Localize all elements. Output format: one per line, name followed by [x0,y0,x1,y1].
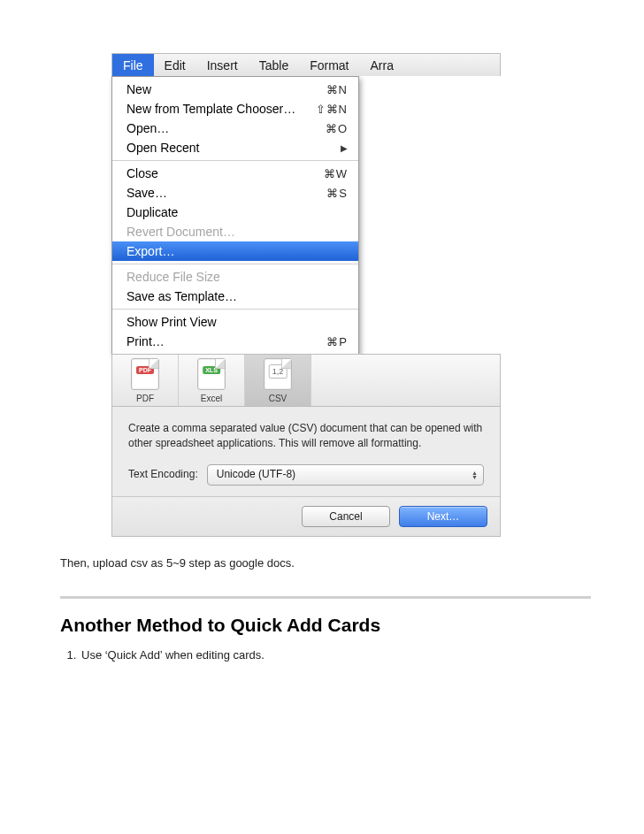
menu-item-print-view[interactable]: Show Print View [112,312,358,332]
menubar-item-format[interactable]: Format [299,54,359,76]
encoding-select[interactable]: Unicode (UTF-8) ▲▼ [207,464,484,486]
numbered-list: Use ‘Quick Add’ when editing cards. [64,648,591,662]
export-dialog: PDF PDF XLS Excel 1,2 CSV [111,354,501,537]
export-description: Create a comma separated value (CSV) doc… [128,421,484,452]
menu-item-label: Revert Document… [126,225,235,239]
pdf-file-icon: PDF [131,358,159,390]
tab-label: Excel [201,394,222,403]
file-dropdown: New ⌘N New from Template Chooser… ⇧⌘N Op… [111,76,359,355]
menu-item-save[interactable]: Save… ⌘S [112,183,358,203]
menu-item-close[interactable]: Close ⌘W [112,164,358,183]
export-tab-csv[interactable]: 1,2 CSV [245,355,311,406]
menu-item-label: Close [126,166,158,180]
menubar-item-insert[interactable]: Insert [196,54,249,76]
file-badge: PDF [136,366,154,374]
menu-item-print[interactable]: Print… ⌘P [112,332,358,351]
menu-item-label: Save as Template… [126,289,237,303]
menubar-item-file[interactable]: File [112,54,154,76]
encoding-label: Text Encoding: [128,467,198,482]
menu-item-label: Export… [126,244,174,258]
section-divider [60,596,591,599]
menu-item-new-template[interactable]: New from Template Chooser… ⇧⌘N [112,99,358,119]
menu-item-open[interactable]: Open… ⌘O [112,119,358,138]
export-tab-excel[interactable]: XLS Excel [179,355,245,406]
menu-item-save-template[interactable]: Save as Template… [112,287,358,306]
instruction-text: Then, upload csv as 5~9 step as google d… [60,556,591,570]
file-badge: 1,2 [269,364,288,379]
encoding-row: Text Encoding: Unicode (UTF-8) ▲▼ [128,464,484,486]
document-page: File Edit Insert Table Format Arra New ⌘… [0,0,644,715]
file-dropdown-section-2: Close ⌘W Save… ⌘S Duplicate Revert Docum… [112,161,358,264]
menu-item-label: Print… [126,334,165,348]
menu-item-label: Open Recent [126,141,200,155]
select-arrows-icon: ▲▼ [472,471,478,479]
encoding-value: Unicode (UTF-8) [217,467,295,482]
menubar-item-edit[interactable]: Edit [154,54,196,76]
section-heading: Another Method to Quick Add Cards [60,615,591,636]
menu-item-export[interactable]: Export… [112,241,358,261]
screenshot-mac-export: File Edit Insert Table Format Arra New ⌘… [111,53,501,537]
file-dropdown-section-3: Reduce File Size Save as Template… [112,264,358,309]
menu-item-reduce-size: Reduce File Size [112,267,358,287]
next-button[interactable]: Next… [399,506,487,527]
file-dropdown-section-4: Show Print View Print… ⌘P [112,310,358,354]
xls-file-icon: XLS [197,358,226,390]
tab-label: CSV [269,394,288,403]
export-dialog-body: Create a comma separated value (CSV) doc… [112,407,500,496]
menu-item-shortcut: ⌘N [326,83,348,96]
submenu-arrow-icon: ▶ [341,143,348,153]
export-tab-pdf[interactable]: PDF PDF [112,355,179,406]
menu-item-open-recent[interactable]: Open Recent ▶ [112,138,358,157]
menu-item-shortcut: ⌘O [326,122,348,135]
csv-file-icon: 1,2 [264,358,292,390]
menu-item-shortcut: ⌘P [326,335,348,348]
tab-label: PDF [136,394,154,403]
menu-item-label: Open… [126,121,169,135]
menu-item-duplicate[interactable]: Duplicate [112,203,358,222]
menu-item-label: New from Template Chooser… [126,102,295,116]
menu-item-label: Reduce File Size [126,270,220,284]
menubar: File Edit Insert Table Format Arra [111,53,501,76]
menubar-item-arrange[interactable]: Arra [360,54,397,76]
menu-item-revert: Revert Document… [112,222,358,241]
menu-item-shortcut: ⌘W [324,167,348,180]
file-badge: XLS [203,366,220,374]
menubar-item-table[interactable]: Table [249,54,299,76]
menu-item-new[interactable]: New ⌘N [112,80,358,99]
cancel-button[interactable]: Cancel [302,506,390,527]
menu-item-shortcut: ⇧⌘N [316,103,348,116]
menu-item-label: New [126,82,151,96]
menu-item-label: Duplicate [126,205,178,219]
file-dropdown-section-1: New ⌘N New from Template Chooser… ⇧⌘N Op… [112,77,358,160]
menu-item-label: Show Print View [126,315,217,329]
menu-item-shortcut: ⌘S [326,187,348,200]
export-tabs: PDF PDF XLS Excel 1,2 CSV [112,354,500,407]
export-dialog-footer: Cancel Next… [112,496,500,536]
menu-item-label: Save… [126,186,167,200]
list-item: Use ‘Quick Add’ when editing cards. [80,648,591,662]
